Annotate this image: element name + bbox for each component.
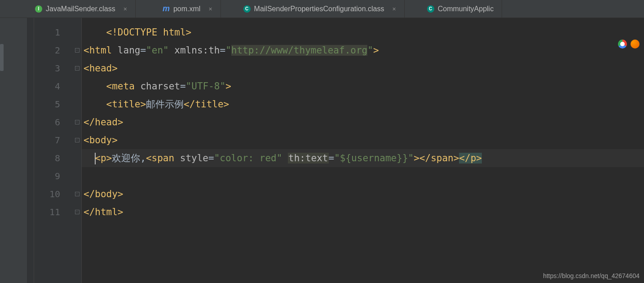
tab-label: MailSenderPropertiesConfiguration.class: [254, 5, 384, 13]
fold-icon[interactable]: −: [73, 41, 81, 59]
tab-javamailsender[interactable]: I JavaMailSender.class ×: [27, 0, 136, 18]
line-number: 4: [34, 77, 73, 95]
code-editor[interactable]: <!DOCTYPE html> <html lang="en" xmlns:th…: [82, 18, 644, 283]
line-number: 10: [34, 185, 73, 203]
line-number: 7: [34, 131, 73, 149]
watermark: https://blog.csdn.net/qq_42674604: [543, 272, 640, 279]
chrome-icon[interactable]: [618, 40, 627, 49]
maven-icon: m: [163, 5, 170, 13]
line-number: 1: [34, 23, 73, 41]
line-number: 6: [34, 113, 73, 131]
line-number: 8: [34, 149, 73, 167]
line-number: 3: [34, 59, 73, 77]
code-line-9: [82, 167, 644, 185]
java-interface-icon: I: [35, 5, 42, 13]
fold-icon[interactable]: −: [73, 131, 81, 149]
code-line-10: </body>: [82, 185, 644, 203]
fold-end-icon[interactable]: −: [73, 113, 81, 131]
scroll-marker: [0, 44, 4, 71]
code-line-1: <!DOCTYPE html>: [82, 23, 644, 41]
firefox-icon[interactable]: [631, 40, 640, 49]
left-gutter-strip: [0, 18, 27, 283]
close-icon[interactable]: ×: [208, 5, 212, 13]
browser-preview-icons: [618, 40, 640, 49]
tab-label: JavaMailSender.class: [46, 5, 115, 13]
line-number: 5: [34, 95, 73, 113]
class-icon: C: [427, 5, 434, 13]
code-line-4: <meta charset="UTF-8">: [82, 77, 644, 95]
fold-end-icon[interactable]: −: [73, 185, 81, 203]
code-line-3: <head>: [82, 59, 644, 77]
code-line-5: <title>邮件示例</title>: [82, 95, 644, 113]
tab-community-app[interactable]: C CommunityApplic: [405, 0, 502, 18]
fold-column: − − − − − −: [73, 18, 82, 283]
class-icon: C: [243, 5, 251, 13]
editor-main: 1 2 3 4 5 6 7 8 9 10 11 − − − − − − <!: [0, 18, 644, 283]
line-number-gutter: 1 2 3 4 5 6 7 8 9 10 11: [34, 18, 73, 283]
line-number: 2: [34, 41, 73, 59]
tab-label: CommunityApplic: [438, 5, 494, 13]
line-number: 9: [34, 167, 73, 185]
tab-mailsender-config[interactable]: C MailSenderPropertiesConfiguration.clas…: [221, 0, 405, 18]
code-line-2: <html lang="en" xmlns:th="http://www/thy…: [82, 41, 644, 59]
code-line-6: </head>: [82, 113, 644, 131]
tab-pom[interactable]: m pom.xml ×: [136, 0, 221, 18]
tab-label: pom.xml: [173, 5, 200, 13]
line-number: 11: [34, 203, 73, 221]
thin-strip: [27, 18, 34, 283]
close-icon[interactable]: ×: [393, 5, 396, 13]
fold-icon[interactable]: −: [73, 59, 81, 77]
code-line-8: <p>欢迎你,<span style="color: red" th:text=…: [82, 149, 644, 167]
close-icon[interactable]: ×: [124, 5, 127, 13]
code-line-11: </html>: [82, 203, 644, 221]
editor-tabs: I JavaMailSender.class × m pom.xml × C M…: [0, 0, 644, 18]
code-line-7: <body>: [82, 131, 644, 149]
fold-end-icon[interactable]: −: [73, 203, 81, 221]
